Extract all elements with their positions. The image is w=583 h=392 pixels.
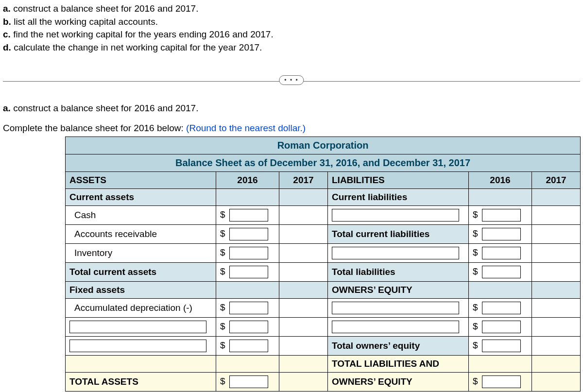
sheet-title-row: Roman Corporation (66, 137, 581, 154)
question-b-text: list all the working capital accounts. (11, 17, 158, 27)
tl-2016-input[interactable] (482, 266, 521, 278)
cl-2016-blank (469, 189, 532, 206)
oe-item2-cell (328, 318, 469, 337)
tcl-2016-input[interactable] (482, 228, 521, 240)
asset-item2-2016-input[interactable] (229, 340, 268, 352)
liab-item1-2017-cell (532, 206, 581, 225)
dollar-sign: $ (473, 340, 480, 351)
section-a-letter: a. (3, 103, 11, 113)
dollar-sign: $ (220, 266, 227, 277)
cash-2016-cell: $ (216, 206, 279, 225)
oe-item1-2017-cell (532, 299, 581, 318)
accdep-label: Accumulated depreciation (-) (66, 299, 216, 318)
tl-2016-cell: $ (469, 263, 532, 282)
dollar-sign: $ (220, 302, 227, 313)
ar-2016-cell: $ (216, 225, 279, 244)
dollar-sign: $ (220, 209, 227, 220)
question-d-text: calculate the change in net working capi… (11, 42, 262, 52)
ta-2017-cell (279, 373, 328, 392)
question-a-letter: a. (3, 3, 11, 14)
dollar-sign: $ (473, 321, 480, 332)
ca-2017-blank (279, 189, 328, 206)
cash-row: Cash $ $ (66, 206, 581, 225)
owners-equity-label: OWNERS’ EQUITY (328, 282, 469, 299)
dollar-sign: $ (473, 209, 480, 220)
dollar-sign: $ (473, 266, 480, 277)
oe-item1-cell (328, 299, 469, 318)
inv-2016-cell: $ (216, 244, 279, 263)
liab-item2-2016-input[interactable] (482, 247, 521, 259)
liab-item1-2016-input[interactable] (482, 209, 521, 222)
dollar-sign: $ (473, 247, 480, 258)
asset-item1-row: $ $ (66, 318, 581, 337)
asset-item1-input[interactable] (69, 321, 206, 333)
assets-head: ASSETS (66, 172, 216, 189)
question-c-letter: c. (3, 29, 11, 39)
liabilities-head: LIABILITIES (328, 172, 469, 189)
tloe-2016-blank (469, 356, 532, 373)
accdep-2016-input[interactable] (229, 302, 268, 314)
section-a-prompt: a. construct a balance sheet for 2016 an… (3, 102, 580, 115)
ar-2016-input[interactable] (229, 228, 268, 240)
section-a-text: construct a balance sheet for 2016 and 2… (11, 103, 199, 113)
complete-pre: Complete the balance sheet for 2016 belo… (3, 123, 186, 133)
asset-item2-row: $ Total owners’ equity $ (66, 337, 581, 356)
asset-item2-2016-cell: $ (216, 337, 279, 356)
sheet-title: Roman Corporation (66, 137, 581, 154)
liab-item2-cell (328, 244, 469, 263)
cash-2016-input[interactable] (229, 209, 268, 222)
tloe-2017-blank (532, 356, 581, 373)
oe-2017-blank (532, 282, 581, 299)
ar-2017-cell (279, 225, 328, 244)
totals-row: TOTAL ASSETS $ OWNERS’ EQUITY $ (66, 373, 581, 392)
current-assets-label: Current assets (66, 189, 216, 206)
tca-2016-input[interactable] (229, 266, 268, 278)
tloe-2017-cell (532, 373, 581, 392)
ta-2016-input[interactable] (229, 375, 268, 388)
sheet-subtitle-row: Balance Sheet as of December 31, 2016, a… (66, 154, 581, 172)
spacer-2017 (279, 356, 328, 373)
toe-2017-cell (532, 337, 581, 356)
tca-2017-cell (279, 263, 328, 282)
liab-item2-2017-cell (532, 244, 581, 263)
question-a: a. construct a balance sheet for 2016 an… (3, 3, 580, 15)
dollar-sign: $ (473, 228, 480, 239)
ellipsis-button[interactable]: • • • (279, 75, 304, 85)
cash-label: Cash (66, 206, 216, 225)
oe-item2-input[interactable] (332, 321, 459, 333)
oe-item1-2016-cell: $ (469, 299, 532, 318)
asset-item2-2017-cell (279, 337, 328, 356)
liab-item1-cell (328, 206, 469, 225)
fa-2016-blank (216, 282, 279, 299)
tca-2016-cell: $ (216, 263, 279, 282)
inv-2016-input[interactable] (229, 247, 268, 259)
question-d: d. calculate the change in net working c… (3, 42, 580, 54)
toe-2016-input[interactable] (482, 340, 521, 352)
tloe-label-2: OWNERS’ EQUITY (328, 373, 469, 392)
question-c-text: find the net working capital for the yea… (11, 29, 274, 39)
oe-item1-input[interactable] (332, 302, 459, 314)
question-c: c. find the net working capital for the … (3, 29, 580, 41)
assets-2017-head: 2017 (279, 172, 328, 189)
balance-sheet-table: Roman Corporation Balance Sheet as of De… (65, 136, 581, 392)
tca-row: Total current assets $ Total liabilities… (66, 263, 581, 282)
dollar-sign: $ (473, 302, 480, 313)
oe-item2-2016-input[interactable] (482, 321, 521, 333)
question-b: b. list all the working capital accounts… (3, 16, 580, 28)
liab-item2-2016-cell: $ (469, 244, 532, 263)
fa-2017-blank (279, 282, 328, 299)
spacer-2016 (216, 356, 279, 373)
cash-2017-cell (279, 206, 328, 225)
asset-item2-input[interactable] (69, 340, 206, 352)
tl-label: Total liabilities (328, 263, 469, 282)
dollar-sign: $ (473, 376, 480, 387)
liab-item2-input[interactable] (332, 247, 459, 259)
oe-item1-2016-input[interactable] (482, 302, 521, 314)
fixed-row: Fixed assets OWNERS’ EQUITY (66, 282, 581, 299)
tloe-2016-input[interactable] (482, 375, 521, 388)
current-row: Current assets Current liabilities (66, 189, 581, 206)
liab-item1-input[interactable] (332, 209, 459, 222)
tca-label: Total current assets (66, 263, 216, 282)
toe-label: Total owners’ equity (328, 337, 469, 356)
asset-item1-2016-input[interactable] (229, 321, 268, 333)
